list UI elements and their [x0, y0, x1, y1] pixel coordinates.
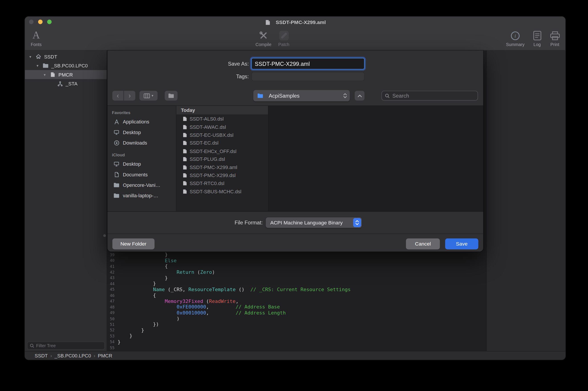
file-format-dropdown[interactable]: ACPI Machine Language Binary [266, 217, 362, 228]
filter-tree-field[interactable] [27, 342, 105, 350]
tree-item-label: _STA [66, 81, 77, 86]
file-name: SSDT-PMC-X299.dsl [190, 173, 236, 178]
print-button[interactable]: Print [546, 28, 564, 47]
home-icon [35, 54, 42, 59]
file-row[interactable]: SSDT-PMC-X299.aml [176, 163, 268, 171]
tree-item-label: _SB.PC00.LPC0 [51, 63, 88, 68]
disclosure-triangle[interactable]: ▾ [36, 63, 42, 68]
fonts-button[interactable]: A Fonts [25, 28, 48, 47]
code-line: 47 Memory32Fixed (ReadWrite, [108, 298, 484, 304]
tree-item-sb-pc00-lpc0[interactable]: ▾_SB.PC00.LPC0 [25, 61, 107, 70]
screen: SSDT-PMC-X299.aml A Fonts Compile Patch [0, 0, 588, 391]
file-format-row: File Format: ACPI Machine Language Binar… [108, 212, 483, 234]
tags-input[interactable] [251, 72, 364, 81]
file-row[interactable]: SSDT-EC-USBX.dsl [176, 131, 268, 139]
search-field[interactable] [381, 91, 478, 100]
sidebar-item-label: Desktop [123, 161, 141, 167]
file-list: SSDT-ALS0.dslSSDT-AWAC.dslSSDT-EC-USBX.d… [176, 115, 268, 196]
downloads-icon [113, 140, 120, 145]
location-dropdown[interactable]: AcpiSamples [253, 90, 350, 101]
file-name: SSDT-EC.dsl [190, 140, 219, 146]
dialog-footer: New Folder Cancel Save [108, 234, 483, 252]
breadcrumb-separator: › [91, 353, 98, 358]
file-row[interactable]: SSDT-PMC-X299.dsl [176, 171, 268, 179]
code-line: 49 0x00010000, // Address Length [108, 310, 484, 316]
file-section-label: Today [181, 107, 195, 113]
save-as-label: Save As: [173, 58, 249, 69]
file-name: SSDT-EC-USBX.dsl [190, 132, 234, 138]
document-icon [49, 72, 56, 77]
line-number: 43 [108, 276, 115, 280]
tree-item-ssdt[interactable]: ▾SSDT [25, 52, 107, 61]
breadcrumb-item[interactable]: SSDT [35, 353, 48, 358]
code-line: 43 } [108, 275, 484, 281]
sidebar-item-documents[interactable]: Documents [108, 169, 176, 180]
sidebar-item-opencore-vani[interactable]: Opencore-Vani… [108, 180, 176, 190]
filename-input[interactable] [251, 58, 364, 69]
file-format-label: File Format: [187, 217, 263, 228]
code-line: 48 0xFE000000, // Address Base [108, 304, 484, 310]
window-toolbar: SSDT-PMC-X299.aml A Fonts Compile Patch [25, 17, 566, 50]
file-icon [182, 149, 188, 154]
breadcrumb-item[interactable]: PMCR [98, 353, 113, 358]
compile-button[interactable]: Compile [252, 28, 275, 47]
file-icon [182, 157, 188, 162]
method-icon [57, 81, 63, 86]
summary-label: Summary [506, 42, 524, 47]
file-row[interactable]: SSDT-RTC0.dsl [176, 179, 268, 187]
tree-item-pmcr[interactable]: ▾PMCR [25, 70, 107, 79]
sidebar-item-desktop[interactable]: Desktop [108, 159, 176, 169]
summary-button[interactable]: i Summary [502, 28, 529, 47]
search-input[interactable] [382, 91, 478, 100]
chevron-down-icon: ▾ [152, 94, 153, 98]
blue-folder-icon [257, 93, 263, 98]
tree-item-sta[interactable]: _STA [25, 79, 107, 88]
print-label: Print [550, 42, 559, 47]
file-row[interactable]: SSDT-EC.dsl [176, 139, 268, 147]
save-dialog: Save As: Tags: ‹ › ▾ AcpiSamples [108, 50, 483, 252]
disclosure-triangle[interactable]: ▾ [44, 73, 49, 77]
log-icon [533, 28, 542, 41]
line-number: 53 [108, 334, 115, 338]
line-number: 55 [108, 345, 115, 350]
folder-icon [42, 63, 49, 68]
split-handle[interactable] [103, 234, 106, 237]
breadcrumb: SSDT›_SB.PC00.LPC0›PMCR [35, 353, 113, 358]
code-line: 51 }) [108, 321, 484, 327]
collapse-sheet-button[interactable] [355, 91, 364, 100]
sidebar: ▾SSDT▾_SB.PC00.LPC0▾PMCR_STA [25, 50, 107, 351]
filter-tree-input[interactable] [28, 342, 104, 349]
line-number: 51 [108, 322, 115, 326]
new-folder-button[interactable]: New Folder [113, 238, 155, 249]
cancel-button[interactable]: Cancel [406, 238, 440, 249]
sidebar-item-downloads[interactable]: Downloads [108, 137, 176, 148]
file-name: SSDT-ALS0.dsl [190, 116, 224, 122]
save-button[interactable]: Save [445, 238, 478, 249]
file-row[interactable]: SSDT-AWAC.dsl [176, 123, 268, 131]
sidebar-item-label: Applications [123, 119, 149, 124]
disclosure-triangle[interactable]: ▾ [29, 55, 35, 59]
back-button[interactable]: ‹ [113, 91, 124, 100]
file-row[interactable]: SSDT-SBUS-MCHC.dsl [176, 188, 268, 196]
sidebar-item-desktop[interactable]: Desktop [108, 127, 176, 137]
file-row[interactable]: SSDT-ALS0.dsl [176, 115, 268, 123]
code-text: ) [118, 316, 179, 321]
window-title: SSDT-PMC-X299.aml [276, 19, 326, 25]
file-row[interactable]: SSDT-EHCx_OFF.dsl [176, 147, 268, 155]
breadcrumb-item[interactable]: _SB.PC00.LPC0 [55, 353, 91, 358]
view-options-button[interactable]: ▾ [139, 91, 158, 100]
code-text: Memory32Fixed (ReadWrite, [118, 298, 238, 304]
sidebar-item-vanilla-laptop[interactable]: vanilla-laptop-… [108, 190, 176, 201]
document-proxy-icon [264, 19, 271, 25]
file-icon [182, 116, 188, 121]
patch-button[interactable]: Patch [274, 28, 294, 47]
folder-action-button[interactable] [165, 91, 178, 100]
log-button[interactable]: Log [528, 28, 547, 47]
sidebar-item-applications[interactable]: Applications [108, 116, 176, 127]
line-number: 41 [108, 264, 115, 269]
code-line: 53 } [108, 333, 484, 339]
sidebar-item-label: Desktop [123, 129, 141, 135]
file-row[interactable]: SSDT-PLUG.dsl [176, 155, 268, 163]
forward-button[interactable]: › [124, 91, 135, 100]
code-line: 41 { [108, 263, 484, 269]
